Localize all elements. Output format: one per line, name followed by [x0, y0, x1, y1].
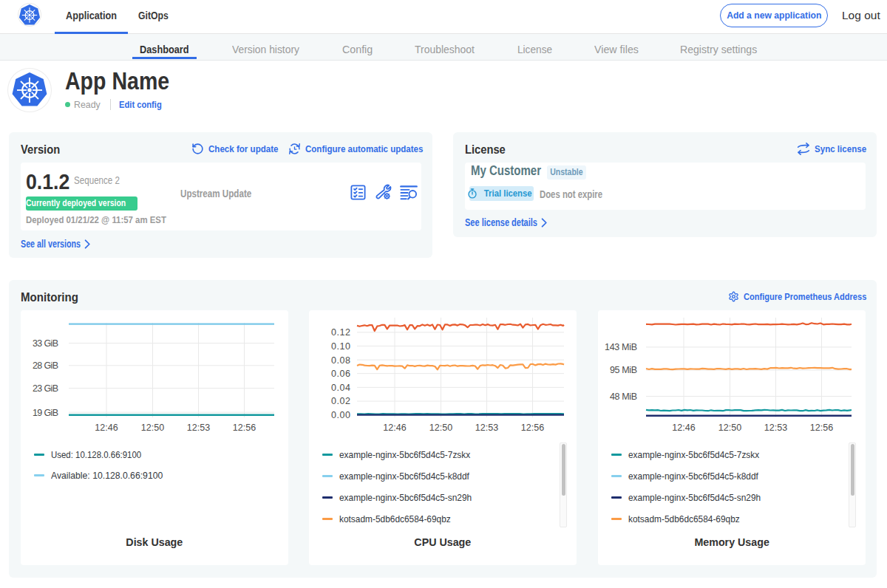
- svg-text:19 GiB: 19 GiB: [33, 408, 58, 418]
- svg-text:33 GiB: 33 GiB: [33, 338, 58, 349]
- svg-text:0.02: 0.02: [331, 396, 350, 406]
- svg-text:12:50: 12:50: [718, 423, 741, 433]
- svg-text:0.06: 0.06: [331, 369, 350, 379]
- svg-text:12:53: 12:53: [475, 423, 498, 433]
- svg-text:28 GiB: 28 GiB: [33, 360, 58, 371]
- svg-text:12:46: 12:46: [95, 423, 118, 433]
- svg-text:95 MiB: 95 MiB: [610, 365, 637, 375]
- svg-text:12:56: 12:56: [521, 423, 544, 433]
- svg-text:0.10: 0.10: [331, 341, 350, 352]
- svg-text:12:50: 12:50: [141, 423, 164, 433]
- svg-text:143 MiB: 143 MiB: [605, 342, 637, 352]
- svg-text:12:53: 12:53: [764, 423, 787, 433]
- svg-text:12:46: 12:46: [672, 423, 695, 433]
- svg-text:12:56: 12:56: [233, 423, 256, 433]
- svg-text:0.12: 0.12: [331, 327, 350, 338]
- svg-text:0.00: 0.00: [331, 410, 350, 420]
- svg-text:0.04: 0.04: [331, 383, 350, 393]
- svg-text:12:50: 12:50: [429, 423, 452, 433]
- svg-text:23 GiB: 23 GiB: [33, 383, 58, 394]
- svg-text:48 MiB: 48 MiB: [610, 392, 637, 402]
- svg-text:12:46: 12:46: [383, 423, 406, 433]
- svg-text:12:53: 12:53: [187, 423, 210, 433]
- svg-text:12:56: 12:56: [810, 423, 833, 433]
- svg-text:0.08: 0.08: [331, 355, 350, 366]
